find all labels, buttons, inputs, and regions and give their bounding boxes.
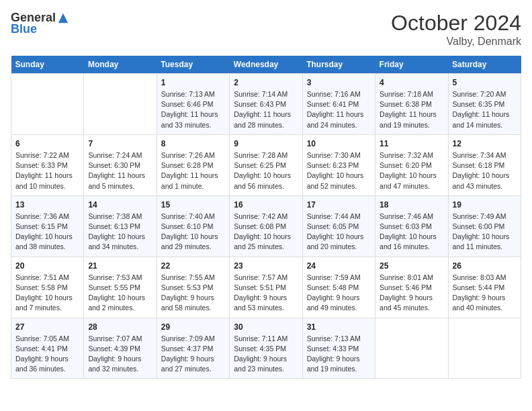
day-number: 10 bbox=[307, 139, 371, 148]
day-number: 13 bbox=[15, 200, 79, 210]
day-info: Sunrise: 7:51 AM Sunset: 5:58 PM Dayligh… bbox=[15, 273, 79, 314]
day-info: Sunrise: 7:44 AM Sunset: 6:05 PM Dayligh… bbox=[307, 212, 371, 253]
calendar-day-cell: 25Sunrise: 8:01 AM Sunset: 5:46 PM Dayli… bbox=[375, 257, 448, 318]
calendar-day-cell: 4Sunrise: 7:18 AM Sunset: 6:38 PM Daylig… bbox=[375, 74, 448, 135]
day-number: 4 bbox=[380, 78, 443, 87]
day-info: Sunrise: 8:01 AM Sunset: 5:46 PM Dayligh… bbox=[380, 273, 443, 314]
weekday-header: Sunday bbox=[11, 56, 84, 74]
day-number: 16 bbox=[234, 200, 298, 210]
calendar-day-cell: 14Sunrise: 7:38 AM Sunset: 6:13 PM Dayli… bbox=[84, 195, 157, 257]
calendar-day-cell bbox=[11, 74, 84, 135]
day-info: Sunrise: 7:11 AM Sunset: 4:35 PM Dayligh… bbox=[234, 334, 298, 375]
page-header: General Blue October 2024 Valby, Denmark bbox=[11, 11, 521, 48]
day-number: 7 bbox=[88, 139, 152, 148]
calendar-day-cell: 17Sunrise: 7:44 AM Sunset: 6:05 PM Dayli… bbox=[302, 195, 375, 257]
calendar-day-cell: 18Sunrise: 7:46 AM Sunset: 6:03 PM Dayli… bbox=[375, 195, 448, 257]
day-info: Sunrise: 7:53 AM Sunset: 5:55 PM Dayligh… bbox=[88, 273, 152, 314]
calendar-day-cell: 23Sunrise: 7:57 AM Sunset: 5:51 PM Dayli… bbox=[230, 257, 302, 318]
calendar-day-cell: 11Sunrise: 7:32 AM Sunset: 6:20 PM Dayli… bbox=[375, 134, 448, 195]
calendar-day-cell: 1Sunrise: 7:13 AM Sunset: 6:46 PM Daylig… bbox=[157, 74, 229, 135]
weekday-header: Wednesday bbox=[230, 56, 302, 74]
calendar-day-cell bbox=[448, 318, 521, 379]
day-info: Sunrise: 7:34 AM Sunset: 6:18 PM Dayligh… bbox=[453, 150, 517, 191]
day-number: 26 bbox=[453, 261, 517, 271]
calendar-day-cell: 9Sunrise: 7:28 AM Sunset: 6:25 PM Daylig… bbox=[230, 134, 302, 195]
day-number: 5 bbox=[453, 78, 517, 87]
calendar-body: 1Sunrise: 7:13 AM Sunset: 6:46 PM Daylig… bbox=[11, 74, 521, 379]
day-number: 24 bbox=[307, 261, 371, 271]
day-info: Sunrise: 7:26 AM Sunset: 6:28 PM Dayligh… bbox=[161, 150, 225, 191]
calendar-day-cell bbox=[375, 318, 448, 379]
month-title: October 2024 bbox=[391, 11, 521, 36]
weekday-header-row: SundayMondayTuesdayWednesdayThursdayFrid… bbox=[11, 56, 521, 74]
day-number: 2 bbox=[234, 78, 298, 87]
calendar-day-cell: 16Sunrise: 7:42 AM Sunset: 6:08 PM Dayli… bbox=[230, 195, 302, 257]
weekday-header: Saturday bbox=[448, 56, 521, 74]
day-info: Sunrise: 7:14 AM Sunset: 6:43 PM Dayligh… bbox=[234, 89, 298, 130]
calendar-day-cell: 24Sunrise: 7:59 AM Sunset: 5:48 PM Dayli… bbox=[302, 257, 375, 318]
day-info: Sunrise: 7:55 AM Sunset: 5:53 PM Dayligh… bbox=[161, 273, 225, 314]
calendar-day-cell: 28Sunrise: 7:07 AM Sunset: 4:39 PM Dayli… bbox=[84, 318, 157, 379]
calendar-day-cell: 19Sunrise: 7:49 AM Sunset: 6:00 PM Dayli… bbox=[448, 195, 521, 257]
logo: General Blue bbox=[11, 11, 69, 36]
logo-blue-text: Blue bbox=[11, 22, 37, 36]
calendar-day-cell: 22Sunrise: 7:55 AM Sunset: 5:53 PM Dayli… bbox=[157, 257, 229, 318]
calendar-day-cell: 12Sunrise: 7:34 AM Sunset: 6:18 PM Dayli… bbox=[448, 134, 521, 195]
svg-marker-0 bbox=[58, 13, 68, 22]
day-number: 17 bbox=[307, 200, 371, 210]
day-number: 8 bbox=[161, 139, 225, 148]
weekday-header: Friday bbox=[375, 56, 448, 74]
logo-icon bbox=[57, 12, 69, 24]
calendar-day-cell: 30Sunrise: 7:11 AM Sunset: 4:35 PM Dayli… bbox=[230, 318, 302, 379]
day-info: Sunrise: 7:32 AM Sunset: 6:20 PM Dayligh… bbox=[380, 150, 443, 191]
title-block: October 2024 Valby, Denmark bbox=[391, 11, 521, 48]
calendar-week-row: 1Sunrise: 7:13 AM Sunset: 6:46 PM Daylig… bbox=[11, 74, 521, 135]
calendar-table: SundayMondayTuesdayWednesdayThursdayFrid… bbox=[11, 56, 521, 379]
day-number: 11 bbox=[380, 139, 443, 148]
day-number: 23 bbox=[234, 261, 298, 271]
day-number: 30 bbox=[234, 322, 298, 332]
calendar-day-cell: 15Sunrise: 7:40 AM Sunset: 6:10 PM Dayli… bbox=[157, 195, 229, 257]
day-info: Sunrise: 7:20 AM Sunset: 6:35 PM Dayligh… bbox=[453, 89, 517, 130]
calendar-day-cell: 21Sunrise: 7:53 AM Sunset: 5:55 PM Dayli… bbox=[84, 257, 157, 318]
calendar-day-cell: 2Sunrise: 7:14 AM Sunset: 6:43 PM Daylig… bbox=[230, 74, 302, 135]
day-info: Sunrise: 7:07 AM Sunset: 4:39 PM Dayligh… bbox=[88, 334, 152, 375]
day-number: 31 bbox=[307, 322, 371, 332]
calendar-day-cell: 10Sunrise: 7:30 AM Sunset: 6:23 PM Dayli… bbox=[302, 134, 375, 195]
calendar-day-cell: 29Sunrise: 7:09 AM Sunset: 4:37 PM Dayli… bbox=[157, 318, 229, 379]
day-number: 18 bbox=[380, 200, 443, 210]
day-info: Sunrise: 7:16 AM Sunset: 6:41 PM Dayligh… bbox=[307, 89, 371, 130]
weekday-header: Tuesday bbox=[157, 56, 229, 74]
location: Valby, Denmark bbox=[391, 36, 521, 48]
day-number: 29 bbox=[161, 322, 225, 332]
day-number: 6 bbox=[15, 139, 79, 148]
calendar-week-row: 13Sunrise: 7:36 AM Sunset: 6:15 PM Dayli… bbox=[11, 195, 521, 257]
calendar-day-cell: 3Sunrise: 7:16 AM Sunset: 6:41 PM Daylig… bbox=[302, 74, 375, 135]
day-info: Sunrise: 7:46 AM Sunset: 6:03 PM Dayligh… bbox=[380, 212, 443, 253]
day-number: 14 bbox=[88, 200, 152, 210]
calendar-week-row: 6Sunrise: 7:22 AM Sunset: 6:33 PM Daylig… bbox=[11, 134, 521, 195]
day-info: Sunrise: 7:42 AM Sunset: 6:08 PM Dayligh… bbox=[234, 212, 298, 253]
day-info: Sunrise: 7:40 AM Sunset: 6:10 PM Dayligh… bbox=[161, 212, 225, 253]
day-info: Sunrise: 7:28 AM Sunset: 6:25 PM Dayligh… bbox=[234, 150, 298, 191]
day-info: Sunrise: 7:36 AM Sunset: 6:15 PM Dayligh… bbox=[15, 212, 79, 253]
calendar-header: SundayMondayTuesdayWednesdayThursdayFrid… bbox=[11, 56, 521, 74]
day-info: Sunrise: 7:09 AM Sunset: 4:37 PM Dayligh… bbox=[161, 334, 225, 375]
calendar-day-cell: 8Sunrise: 7:26 AM Sunset: 6:28 PM Daylig… bbox=[157, 134, 229, 195]
day-number: 3 bbox=[307, 78, 371, 87]
day-number: 12 bbox=[453, 139, 517, 148]
calendar-week-row: 27Sunrise: 7:05 AM Sunset: 4:41 PM Dayli… bbox=[11, 318, 521, 379]
calendar-day-cell: 27Sunrise: 7:05 AM Sunset: 4:41 PM Dayli… bbox=[11, 318, 84, 379]
weekday-header: Thursday bbox=[302, 56, 375, 74]
day-info: Sunrise: 7:22 AM Sunset: 6:33 PM Dayligh… bbox=[15, 150, 79, 191]
day-number: 19 bbox=[453, 200, 517, 210]
day-number: 25 bbox=[380, 261, 443, 271]
day-number: 9 bbox=[234, 139, 298, 148]
day-info: Sunrise: 7:57 AM Sunset: 5:51 PM Dayligh… bbox=[234, 273, 298, 314]
day-info: Sunrise: 7:49 AM Sunset: 6:00 PM Dayligh… bbox=[453, 212, 517, 253]
day-info: Sunrise: 7:38 AM Sunset: 6:13 PM Dayligh… bbox=[88, 212, 152, 253]
day-number: 21 bbox=[88, 261, 152, 271]
calendar-day-cell: 13Sunrise: 7:36 AM Sunset: 6:15 PM Dayli… bbox=[11, 195, 84, 257]
calendar-day-cell bbox=[84, 74, 157, 135]
calendar-day-cell: 31Sunrise: 7:13 AM Sunset: 4:33 PM Dayli… bbox=[302, 318, 375, 379]
